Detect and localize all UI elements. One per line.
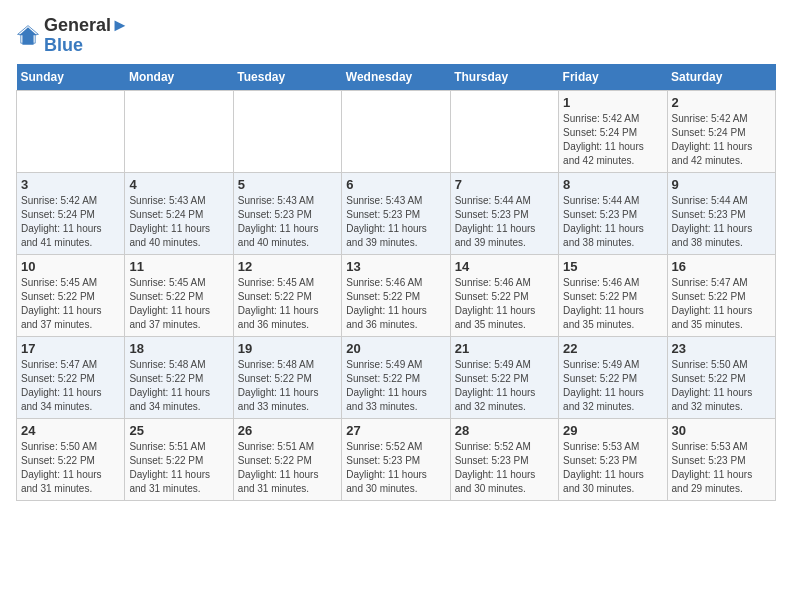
day-number: 18 xyxy=(129,341,228,356)
calendar-cell: 30Sunrise: 5:53 AM Sunset: 5:23 PM Dayli… xyxy=(667,418,775,500)
weekday-header-tuesday: Tuesday xyxy=(233,64,341,91)
day-number: 7 xyxy=(455,177,554,192)
weekday-header-monday: Monday xyxy=(125,64,233,91)
calendar-cell xyxy=(17,90,125,172)
day-number: 21 xyxy=(455,341,554,356)
day-number: 27 xyxy=(346,423,445,438)
day-info: Sunrise: 5:42 AM Sunset: 5:24 PM Dayligh… xyxy=(563,112,662,168)
day-info: Sunrise: 5:46 AM Sunset: 5:22 PM Dayligh… xyxy=(346,276,445,332)
calendar-cell: 7Sunrise: 5:44 AM Sunset: 5:23 PM Daylig… xyxy=(450,172,558,254)
calendar-cell: 17Sunrise: 5:47 AM Sunset: 5:22 PM Dayli… xyxy=(17,336,125,418)
weekday-header-saturday: Saturday xyxy=(667,64,775,91)
weekday-header-thursday: Thursday xyxy=(450,64,558,91)
calendar-cell: 20Sunrise: 5:49 AM Sunset: 5:22 PM Dayli… xyxy=(342,336,450,418)
calendar-table: SundayMondayTuesdayWednesdayThursdayFrid… xyxy=(16,64,776,501)
day-info: Sunrise: 5:53 AM Sunset: 5:23 PM Dayligh… xyxy=(563,440,662,496)
day-info: Sunrise: 5:47 AM Sunset: 5:22 PM Dayligh… xyxy=(672,276,771,332)
calendar-cell: 2Sunrise: 5:42 AM Sunset: 5:24 PM Daylig… xyxy=(667,90,775,172)
day-number: 22 xyxy=(563,341,662,356)
calendar-week-5: 24Sunrise: 5:50 AM Sunset: 5:22 PM Dayli… xyxy=(17,418,776,500)
calendar-cell: 27Sunrise: 5:52 AM Sunset: 5:23 PM Dayli… xyxy=(342,418,450,500)
calendar-cell xyxy=(125,90,233,172)
calendar-cell: 1Sunrise: 5:42 AM Sunset: 5:24 PM Daylig… xyxy=(559,90,667,172)
day-info: Sunrise: 5:44 AM Sunset: 5:23 PM Dayligh… xyxy=(455,194,554,250)
day-info: Sunrise: 5:46 AM Sunset: 5:22 PM Dayligh… xyxy=(563,276,662,332)
day-info: Sunrise: 5:44 AM Sunset: 5:23 PM Dayligh… xyxy=(563,194,662,250)
calendar-cell: 21Sunrise: 5:49 AM Sunset: 5:22 PM Dayli… xyxy=(450,336,558,418)
day-number: 9 xyxy=(672,177,771,192)
day-info: Sunrise: 5:51 AM Sunset: 5:22 PM Dayligh… xyxy=(238,440,337,496)
day-number: 15 xyxy=(563,259,662,274)
day-info: Sunrise: 5:49 AM Sunset: 5:22 PM Dayligh… xyxy=(455,358,554,414)
day-number: 10 xyxy=(21,259,120,274)
calendar-body: 1Sunrise: 5:42 AM Sunset: 5:24 PM Daylig… xyxy=(17,90,776,500)
day-info: Sunrise: 5:50 AM Sunset: 5:22 PM Dayligh… xyxy=(672,358,771,414)
calendar-cell: 12Sunrise: 5:45 AM Sunset: 5:22 PM Dayli… xyxy=(233,254,341,336)
day-info: Sunrise: 5:45 AM Sunset: 5:22 PM Dayligh… xyxy=(238,276,337,332)
calendar-cell: 13Sunrise: 5:46 AM Sunset: 5:22 PM Dayli… xyxy=(342,254,450,336)
calendar-cell: 24Sunrise: 5:50 AM Sunset: 5:22 PM Dayli… xyxy=(17,418,125,500)
weekday-header-friday: Friday xyxy=(559,64,667,91)
day-info: Sunrise: 5:53 AM Sunset: 5:23 PM Dayligh… xyxy=(672,440,771,496)
day-info: Sunrise: 5:52 AM Sunset: 5:23 PM Dayligh… xyxy=(346,440,445,496)
weekday-header-sunday: Sunday xyxy=(17,64,125,91)
calendar-cell: 26Sunrise: 5:51 AM Sunset: 5:22 PM Dayli… xyxy=(233,418,341,500)
day-info: Sunrise: 5:46 AM Sunset: 5:22 PM Dayligh… xyxy=(455,276,554,332)
calendar-cell: 23Sunrise: 5:50 AM Sunset: 5:22 PM Dayli… xyxy=(667,336,775,418)
calendar-cell: 11Sunrise: 5:45 AM Sunset: 5:22 PM Dayli… xyxy=(125,254,233,336)
calendar-week-2: 3Sunrise: 5:42 AM Sunset: 5:24 PM Daylig… xyxy=(17,172,776,254)
calendar-cell xyxy=(450,90,558,172)
day-info: Sunrise: 5:49 AM Sunset: 5:22 PM Dayligh… xyxy=(346,358,445,414)
calendar-cell: 5Sunrise: 5:43 AM Sunset: 5:23 PM Daylig… xyxy=(233,172,341,254)
day-info: Sunrise: 5:45 AM Sunset: 5:22 PM Dayligh… xyxy=(129,276,228,332)
calendar-cell: 3Sunrise: 5:42 AM Sunset: 5:24 PM Daylig… xyxy=(17,172,125,254)
calendar-cell: 10Sunrise: 5:45 AM Sunset: 5:22 PM Dayli… xyxy=(17,254,125,336)
day-number: 2 xyxy=(672,95,771,110)
logo: General► Blue xyxy=(16,16,129,56)
day-number: 13 xyxy=(346,259,445,274)
day-number: 4 xyxy=(129,177,228,192)
calendar-cell: 29Sunrise: 5:53 AM Sunset: 5:23 PM Dayli… xyxy=(559,418,667,500)
calendar-cell: 14Sunrise: 5:46 AM Sunset: 5:22 PM Dayli… xyxy=(450,254,558,336)
day-number: 12 xyxy=(238,259,337,274)
calendar-cell: 19Sunrise: 5:48 AM Sunset: 5:22 PM Dayli… xyxy=(233,336,341,418)
day-number: 17 xyxy=(21,341,120,356)
calendar-cell: 28Sunrise: 5:52 AM Sunset: 5:23 PM Dayli… xyxy=(450,418,558,500)
day-number: 11 xyxy=(129,259,228,274)
day-number: 24 xyxy=(21,423,120,438)
day-info: Sunrise: 5:43 AM Sunset: 5:23 PM Dayligh… xyxy=(238,194,337,250)
day-number: 19 xyxy=(238,341,337,356)
calendar-cell xyxy=(233,90,341,172)
day-number: 20 xyxy=(346,341,445,356)
day-number: 29 xyxy=(563,423,662,438)
day-info: Sunrise: 5:45 AM Sunset: 5:22 PM Dayligh… xyxy=(21,276,120,332)
calendar-cell xyxy=(342,90,450,172)
calendar-cell: 4Sunrise: 5:43 AM Sunset: 5:24 PM Daylig… xyxy=(125,172,233,254)
day-info: Sunrise: 5:43 AM Sunset: 5:23 PM Dayligh… xyxy=(346,194,445,250)
day-number: 14 xyxy=(455,259,554,274)
day-info: Sunrise: 5:47 AM Sunset: 5:22 PM Dayligh… xyxy=(21,358,120,414)
calendar-week-3: 10Sunrise: 5:45 AM Sunset: 5:22 PM Dayli… xyxy=(17,254,776,336)
calendar-cell: 8Sunrise: 5:44 AM Sunset: 5:23 PM Daylig… xyxy=(559,172,667,254)
weekday-header-wednesday: Wednesday xyxy=(342,64,450,91)
day-info: Sunrise: 5:44 AM Sunset: 5:23 PM Dayligh… xyxy=(672,194,771,250)
day-info: Sunrise: 5:43 AM Sunset: 5:24 PM Dayligh… xyxy=(129,194,228,250)
svg-marker-0 xyxy=(19,27,37,45)
day-number: 25 xyxy=(129,423,228,438)
day-info: Sunrise: 5:48 AM Sunset: 5:22 PM Dayligh… xyxy=(238,358,337,414)
calendar-cell: 9Sunrise: 5:44 AM Sunset: 5:23 PM Daylig… xyxy=(667,172,775,254)
day-number: 3 xyxy=(21,177,120,192)
calendar-header-row: SundayMondayTuesdayWednesdayThursdayFrid… xyxy=(17,64,776,91)
day-number: 1 xyxy=(563,95,662,110)
logo-text: General► Blue xyxy=(44,16,129,56)
day-number: 8 xyxy=(563,177,662,192)
day-info: Sunrise: 5:42 AM Sunset: 5:24 PM Dayligh… xyxy=(21,194,120,250)
day-info: Sunrise: 5:48 AM Sunset: 5:22 PM Dayligh… xyxy=(129,358,228,414)
day-info: Sunrise: 5:49 AM Sunset: 5:22 PM Dayligh… xyxy=(563,358,662,414)
day-number: 16 xyxy=(672,259,771,274)
day-number: 28 xyxy=(455,423,554,438)
calendar-week-4: 17Sunrise: 5:47 AM Sunset: 5:22 PM Dayli… xyxy=(17,336,776,418)
calendar-cell: 25Sunrise: 5:51 AM Sunset: 5:22 PM Dayli… xyxy=(125,418,233,500)
day-number: 6 xyxy=(346,177,445,192)
day-number: 30 xyxy=(672,423,771,438)
